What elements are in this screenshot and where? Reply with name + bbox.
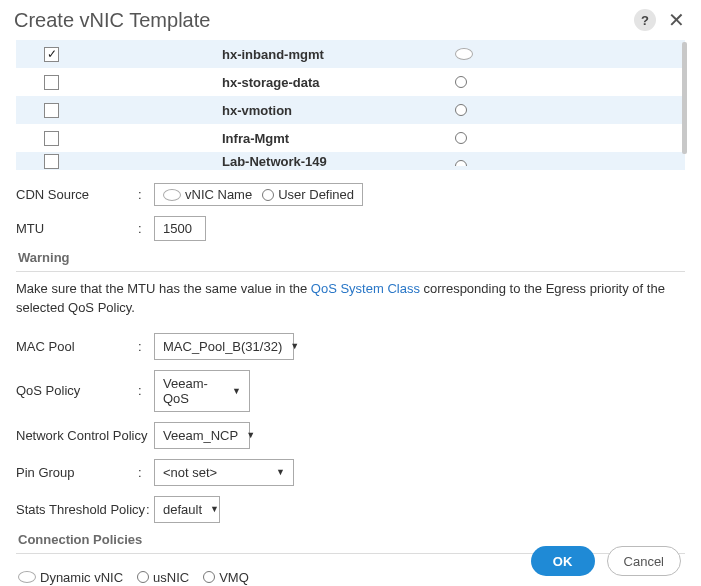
qos-system-class-link[interactable]: QoS System Class bbox=[311, 281, 420, 296]
cdn-vnic-name-radio[interactable]: vNIC Name bbox=[163, 187, 252, 202]
mtu-row: MTU : bbox=[16, 211, 685, 246]
close-icon[interactable]: ✕ bbox=[666, 8, 687, 32]
table-row: hx-inband-mgmt bbox=[16, 40, 685, 68]
table-row: hx-storage-data bbox=[16, 68, 685, 96]
warning-heading: Warning bbox=[16, 246, 685, 269]
native-vlan-radio[interactable] bbox=[455, 104, 467, 116]
pin-group-row: Pin Group : <not set> ▼ bbox=[16, 454, 685, 491]
vlan-name: hx-inband-mgmt bbox=[82, 47, 455, 62]
qos-policy-label: QoS Policy bbox=[16, 383, 138, 398]
ncp-select[interactable]: Veeam_NCP ▼ bbox=[154, 422, 250, 449]
table-row: hx-vmotion bbox=[16, 96, 685, 124]
stats-threshold-label: Stats Threshold Policy bbox=[16, 502, 146, 517]
vmq-radio[interactable]: VMQ bbox=[203, 570, 249, 585]
mtu-input[interactable] bbox=[154, 216, 206, 241]
chevron-down-icon: ▼ bbox=[246, 430, 255, 440]
usnic-radio[interactable]: usNIC bbox=[137, 570, 189, 585]
cdn-user-defined-radio[interactable]: User Defined bbox=[262, 187, 354, 202]
dialog-footer: OK Cancel bbox=[531, 546, 681, 576]
radio-icon bbox=[203, 571, 215, 583]
native-vlan-radio[interactable] bbox=[455, 132, 467, 144]
radio-icon bbox=[163, 189, 181, 201]
vlan-name: hx-vmotion bbox=[82, 103, 455, 118]
divider bbox=[16, 271, 685, 272]
native-vlan-radio[interactable] bbox=[455, 160, 467, 170]
cdn-source-options: vNIC Name User Defined bbox=[154, 183, 363, 206]
ncp-label: Network Control Policy bbox=[16, 428, 154, 443]
mtu-label: MTU bbox=[16, 221, 138, 236]
vlan-name: Infra-Mgmt bbox=[82, 131, 455, 146]
cancel-button[interactable]: Cancel bbox=[607, 546, 681, 576]
radio-icon bbox=[262, 189, 274, 201]
warning-text: Make sure that the MTU has the same valu… bbox=[16, 280, 685, 318]
pin-group-label: Pin Group bbox=[16, 465, 138, 480]
help-icon[interactable]: ? bbox=[634, 9, 656, 31]
dialog-body: hx-inband-mgmt hx-storage-data hx-vmotio… bbox=[0, 40, 701, 586]
chevron-down-icon: ▼ bbox=[210, 504, 219, 514]
dialog-header: Create vNIC Template ? ✕ bbox=[0, 0, 701, 40]
mac-pool-label: MAC Pool bbox=[16, 339, 138, 354]
dynamic-vnic-radio[interactable]: Dynamic vNIC bbox=[18, 570, 123, 585]
header-actions: ? ✕ bbox=[634, 8, 687, 32]
vlan-name: Lab-Network-149 bbox=[82, 154, 455, 170]
stats-threshold-row: Stats Threshold Policy : default ▼ bbox=[16, 491, 685, 528]
vlan-checkbox[interactable] bbox=[44, 47, 59, 62]
qos-policy-row: QoS Policy : Veeam-QoS ▼ bbox=[16, 365, 685, 417]
vlan-name: hx-storage-data bbox=[82, 75, 455, 90]
radio-icon bbox=[18, 571, 36, 583]
radio-icon bbox=[137, 571, 149, 583]
native-vlan-radio[interactable] bbox=[455, 76, 467, 88]
vlan-table: hx-inband-mgmt hx-storage-data hx-vmotio… bbox=[16, 40, 685, 170]
cdn-source-row: CDN Source : vNIC Name User Defined bbox=[16, 178, 685, 211]
native-vlan-radio[interactable] bbox=[455, 48, 473, 60]
page-title: Create vNIC Template bbox=[14, 9, 210, 32]
vlan-checkbox[interactable] bbox=[44, 75, 59, 90]
table-row: Infra-Mgmt bbox=[16, 124, 685, 152]
table-row: Lab-Network-149 bbox=[16, 152, 685, 170]
ncp-row: Network Control Policy : Veeam_NCP ▼ bbox=[16, 417, 685, 454]
scrollbar-thumb[interactable] bbox=[682, 42, 687, 154]
pin-group-select[interactable]: <not set> ▼ bbox=[154, 459, 294, 486]
stats-threshold-select[interactable]: default ▼ bbox=[154, 496, 220, 523]
mac-pool-row: MAC Pool : MAC_Pool_B(31/32) ▼ bbox=[16, 328, 685, 365]
vlan-checkbox[interactable] bbox=[44, 131, 59, 146]
qos-policy-select[interactable]: Veeam-QoS ▼ bbox=[154, 370, 250, 412]
vlan-checkbox[interactable] bbox=[44, 103, 59, 118]
vlan-checkbox[interactable] bbox=[44, 154, 59, 169]
chevron-down-icon: ▼ bbox=[290, 341, 299, 351]
chevron-down-icon: ▼ bbox=[276, 467, 285, 477]
cdn-source-label: CDN Source bbox=[16, 187, 138, 202]
chevron-down-icon: ▼ bbox=[232, 386, 241, 396]
mac-pool-select[interactable]: MAC_Pool_B(31/32) ▼ bbox=[154, 333, 294, 360]
ok-button[interactable]: OK bbox=[531, 546, 595, 576]
